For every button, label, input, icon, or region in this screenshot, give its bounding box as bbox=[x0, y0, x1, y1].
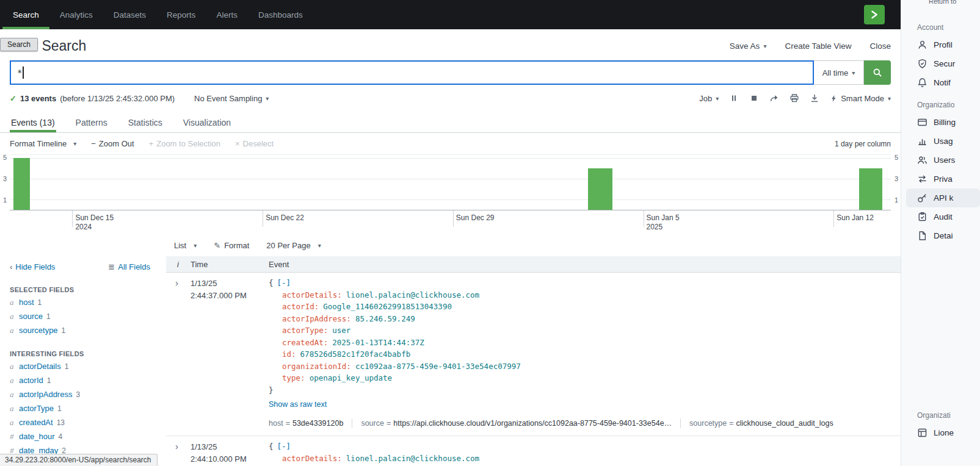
save-as-button[interactable]: Save As▾ bbox=[730, 41, 767, 51]
sidebar-item-billing[interactable]: Billing bbox=[901, 113, 980, 132]
meta-sourcetype[interactable]: sourcetype=clickhouse_cloud_audit_logs bbox=[680, 418, 842, 428]
collapse-json-toggle[interactable]: [-] bbox=[277, 442, 291, 451]
event-json: {[-] actorDetails:lionel.palacin@clickho… bbox=[269, 277, 901, 396]
event-meta: host=53de4339120b source=https://api.cli… bbox=[269, 418, 901, 428]
sidebar-item-profile[interactable]: Profil bbox=[901, 35, 980, 54]
sidebar-item-usage[interactable]: Usag bbox=[901, 132, 980, 151]
smart-mode-dropdown[interactable]: Smart Mode▾ bbox=[830, 94, 891, 103]
field-createdat[interactable]: acreatedAt13 bbox=[10, 418, 166, 428]
expand-event-toggle[interactable]: › bbox=[166, 277, 191, 428]
return-to-link[interactable]: Return to bbox=[929, 0, 956, 5]
sidebar-item-users[interactable]: Users bbox=[901, 151, 980, 170]
gridline bbox=[10, 158, 891, 159]
timeline-bar[interactable] bbox=[13, 158, 30, 210]
field-actortype[interactable]: aactorType1 bbox=[10, 404, 166, 414]
text-cursor bbox=[23, 66, 24, 79]
sidebar-item-private-endpoints[interactable]: Priva bbox=[901, 170, 980, 188]
format-timeline-dropdown[interactable]: Format Timeline▾ bbox=[10, 139, 76, 148]
key-icon bbox=[917, 193, 927, 203]
page: Search Analytics Datasets Reports Alerts… bbox=[0, 0, 980, 466]
list-view-dropdown[interactable]: List▾ bbox=[174, 241, 197, 250]
result-tabs: Events (13) Patterns Statistics Visualiz… bbox=[0, 112, 901, 133]
users-icon bbox=[917, 155, 927, 165]
nav-tab-alerts[interactable]: Alerts bbox=[206, 0, 248, 29]
zoom-out-button[interactable]: −Zoom Out bbox=[91, 139, 134, 148]
app-logo[interactable] bbox=[864, 5, 885, 24]
create-table-view-button[interactable]: Create Table View bbox=[785, 41, 851, 51]
field-actoripaddress[interactable]: aactorIpAddress3 bbox=[10, 390, 166, 400]
caret-down-icon: ▾ bbox=[266, 95, 269, 102]
column-info: i bbox=[166, 260, 191, 269]
format-button[interactable]: ✎Format bbox=[214, 241, 249, 250]
nav-tab-datasets[interactable]: Datasets bbox=[103, 0, 156, 29]
sidebar-item-details[interactable]: Detai bbox=[901, 226, 980, 245]
field-actorid[interactable]: aactorId1 bbox=[10, 376, 166, 385]
hide-fields-button[interactable]: ‹Hide Fields bbox=[10, 262, 55, 271]
show-raw-text-link[interactable]: Show as raw text bbox=[269, 400, 327, 409]
pause-icon bbox=[729, 93, 739, 103]
search-icon bbox=[873, 68, 882, 77]
organization-icon bbox=[917, 428, 927, 438]
y-axis-tick: 1 bbox=[3, 196, 7, 204]
sidebar-item-organization[interactable]: Lione bbox=[901, 423, 980, 442]
job-menu[interactable]: Job▾ bbox=[699, 94, 719, 103]
nav-tab-reports[interactable]: Reports bbox=[156, 0, 206, 29]
job-status: ✓ 13 events (before 1/13/25 2:45:32.000 … bbox=[10, 94, 269, 103]
x-icon: × bbox=[235, 139, 240, 148]
event-row: › 1/13/25 2:44:37.000 PM {[-] actorDetai… bbox=[166, 273, 901, 436]
timeline-bar[interactable] bbox=[588, 168, 612, 210]
field-host[interactable]: ahost1 bbox=[10, 298, 166, 307]
share-button[interactable] bbox=[769, 93, 779, 103]
job-controls: Job▾ Smart Mode▾ bbox=[699, 93, 891, 103]
events-table-header: i Time Event bbox=[166, 256, 901, 273]
sidebar-item-notifications[interactable]: Notif bbox=[901, 73, 980, 92]
tab-events[interactable]: Events (13) bbox=[10, 112, 56, 132]
tab-patterns[interactable]: Patterns bbox=[74, 112, 109, 132]
search-bar: * All time▾ bbox=[10, 60, 891, 85]
event-time: 1/13/25 2:44:10.000 PM bbox=[191, 440, 269, 465]
arrows-swap-icon bbox=[917, 174, 927, 184]
field-sourcetype[interactable]: asourcetype1 bbox=[10, 326, 166, 335]
deselect-button[interactable]: ×Deselect bbox=[235, 139, 274, 148]
sidebar-item-security[interactable]: Secur bbox=[901, 54, 980, 73]
all-fields-button[interactable]: ≣All Fields bbox=[108, 262, 150, 271]
time-range-picker[interactable]: All time▾ bbox=[814, 60, 864, 85]
list-icon: ≣ bbox=[108, 262, 115, 271]
export-button[interactable] bbox=[810, 93, 819, 103]
search-query-input[interactable]: * bbox=[10, 60, 814, 85]
print-button[interactable] bbox=[789, 93, 799, 103]
sidebar-item-audit[interactable]: Audit bbox=[901, 207, 980, 226]
sidebar-item-api-keys[interactable]: API k bbox=[906, 188, 980, 207]
tab-statistics[interactable]: Statistics bbox=[127, 112, 164, 132]
zoom-to-selection-button[interactable]: +Zoom to Selection bbox=[149, 139, 220, 148]
stop-button[interactable] bbox=[749, 93, 759, 103]
expand-event-toggle[interactable]: › bbox=[166, 440, 191, 465]
tab-visualization[interactable]: Visualization bbox=[182, 112, 232, 132]
close-button[interactable]: Close bbox=[869, 41, 891, 51]
search-tab-tooltip: Search bbox=[0, 38, 38, 51]
nav-tab-analytics[interactable]: Analytics bbox=[49, 0, 103, 29]
field-actordetails[interactable]: aactorDetails1 bbox=[10, 362, 166, 371]
y-axis-tick: 3 bbox=[3, 175, 7, 182]
pause-button[interactable] bbox=[729, 93, 739, 103]
collapse-json-toggle[interactable]: [-] bbox=[277, 278, 291, 287]
x-axis-label: Sun Jan 52025 bbox=[644, 213, 680, 232]
selected-fields-title: SELECTED FIELDS bbox=[10, 286, 166, 293]
meta-source[interactable]: source=https://api.clickhouse.cloud/v1/o… bbox=[352, 418, 680, 428]
event-sampling-dropdown[interactable]: No Event Sampling▾ bbox=[194, 94, 269, 103]
success-check-icon: ✓ bbox=[10, 94, 16, 103]
meta-host[interactable]: host=53de4339120b bbox=[269, 418, 352, 428]
timeline-bar[interactable] bbox=[859, 168, 882, 210]
per-page-dropdown[interactable]: 20 Per Page▾ bbox=[266, 241, 321, 250]
document-icon bbox=[917, 231, 927, 241]
field-source[interactable]: asource1 bbox=[10, 312, 166, 321]
caret-down-icon: ▾ bbox=[318, 242, 321, 249]
nav-tab-search[interactable]: Search bbox=[2, 0, 49, 29]
user-icon bbox=[917, 40, 927, 50]
results-area: ‹Hide Fields ≣All Fields SELECTED FIELDS… bbox=[0, 256, 901, 466]
search-button[interactable] bbox=[864, 60, 891, 85]
nav-tab-dashboards[interactable]: Dashboards bbox=[248, 0, 313, 29]
field-date-hour[interactable]: #date_hour4 bbox=[10, 432, 166, 442]
caret-down-icon: ▾ bbox=[716, 95, 719, 102]
timeline-plot[interactable] bbox=[10, 154, 891, 210]
